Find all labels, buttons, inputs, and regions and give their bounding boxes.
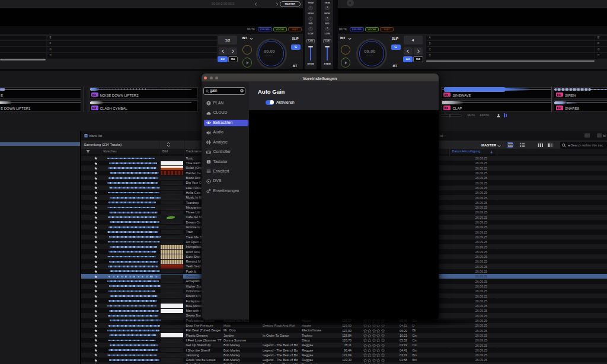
svg-text:A: A [207, 161, 209, 164]
